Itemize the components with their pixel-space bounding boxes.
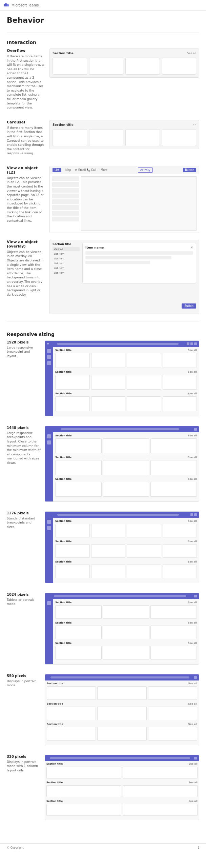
app-card-1276-3-2 (91, 565, 126, 578)
section-label-1440-2: Section title See all (55, 456, 197, 459)
app-card-1920-2-3 (127, 375, 161, 390)
lz-list-item-4[interactable] (52, 194, 79, 198)
titlebar-bar-320 (50, 757, 190, 759)
card-row-1920-1 (55, 353, 197, 368)
carousel-subsection: Carousel If there are many items in the … (7, 120, 199, 159)
footer-page-num: 1 (198, 846, 199, 849)
app-body-320: Section title See all (45, 761, 199, 820)
lz-list-item-5[interactable] (52, 199, 79, 204)
see-all-1440-1[interactable]: See all (188, 434, 197, 437)
see-all-1276-1[interactable]: See all (188, 520, 197, 522)
see-all-320-2[interactable]: See all (189, 781, 198, 784)
see-all-320-1[interactable]: See all (189, 763, 198, 765)
see-all-1440-2[interactable]: See all (188, 456, 197, 459)
view-overlay-demo: Section title View all List item List it… (49, 240, 199, 314)
view-lz-desc: View an object (LZ) Objects can be viewe… (7, 166, 44, 233)
app-card-550-2-2 (97, 707, 146, 720)
sidebar-icon-1276-2[interactable] (47, 526, 51, 530)
overlay-primary-button[interactable]: Button (182, 303, 196, 309)
lz-tab-list[interactable]: List (53, 168, 61, 172)
sidebar-icon-1440-1[interactable] (47, 434, 51, 438)
overlay-close-icon[interactable]: ✕ (190, 246, 193, 249)
see-all-1024-1[interactable]: See all (188, 601, 197, 604)
titlebar-bar-550 (50, 676, 189, 678)
sidebar-icon-3[interactable] (47, 361, 51, 365)
section-block-1024-1: Section title See all (55, 601, 197, 619)
see-all-1440-3[interactable]: See all (188, 478, 197, 480)
app-card-1920-1-4 (163, 353, 197, 368)
section-block-1440-3: Section title See all (55, 478, 197, 497)
see-all-550-2[interactable]: See all (188, 703, 198, 705)
section-block-1920-2: Section title See all (55, 371, 197, 390)
overlay-sidebar-item-1[interactable]: View all (53, 247, 80, 251)
see-all-1920-1[interactable]: See all (188, 349, 197, 352)
see-all-1920-2[interactable]: See all (188, 371, 197, 373)
overlay-sidebar-item-4[interactable]: List item (53, 261, 80, 265)
sidebar-icon-1440-2[interactable] (47, 440, 51, 445)
responsive-1024-row: 1024 pixels Tablets or portrait mode. (7, 593, 199, 665)
app-card-1276-1-1 (55, 524, 90, 537)
see-all-1276-3[interactable]: See all (188, 560, 197, 563)
overlay-sidebar-item-2[interactable]: List item (53, 252, 80, 256)
carousel-prev-icon[interactable]: ‹ (193, 123, 194, 126)
titlebar-right-1276 (190, 513, 197, 516)
view-lz-demo: List Map ✉ Email 📞 Call ⋯ More Activity … (49, 166, 199, 233)
overflow-see-all[interactable]: See all (187, 52, 196, 55)
overflow-card-row (53, 58, 196, 75)
responsive-550-description: Displays in portrait mode. (7, 679, 41, 688)
lz-email-action[interactable]: ✉ Email (75, 169, 86, 172)
app-name-label: Microsoft Teams (12, 3, 39, 7)
sidebar-icon-1[interactable] (47, 349, 51, 353)
page-title: Behavior (7, 16, 199, 24)
app-body-1440: Section title See all (45, 432, 199, 501)
app-main-1276: Section title See all (53, 518, 199, 583)
lz-list-item-6[interactable] (52, 205, 79, 210)
responsive-320-desc: 320 pixels Displays in portrait mode wit… (7, 755, 41, 820)
sidebar-icon-1024-1[interactable] (47, 601, 51, 605)
section-label-1024-3: Section title See all (55, 642, 197, 645)
section-title-text-1440-1: Section title (55, 434, 71, 437)
see-all-550-3[interactable]: See all (188, 723, 198, 726)
lz-primary-button[interactable]: Button (183, 168, 196, 172)
lz-detail-panel (81, 176, 197, 231)
see-all-550-1[interactable]: See all (188, 682, 198, 685)
sidebar-icon-1276-1[interactable] (47, 520, 51, 524)
see-all-1024-2[interactable]: See all (188, 622, 197, 624)
lz-more-action[interactable]: ⋯ More (97, 169, 107, 172)
see-all-1024-3[interactable]: See all (188, 642, 197, 645)
app-frame-320: Section title See all (45, 755, 199, 820)
sidebar-icon-2[interactable] (47, 355, 51, 359)
card-row-1024-2 (55, 626, 197, 639)
lz-list-item-1[interactable] (52, 176, 79, 181)
carousel-next-icon[interactable]: › (195, 123, 196, 126)
titlebar-right-1440 (194, 428, 197, 431)
app-card-1440-2-2 (103, 460, 149, 475)
section-label-1276-1: Section title See all (55, 520, 197, 522)
lz-tab-map[interactable]: Map (63, 168, 73, 172)
see-all-1920-3[interactable]: See all (188, 392, 197, 395)
lz-list-item-7[interactable] (52, 211, 79, 216)
overlay-sidebar-item-3[interactable]: List item (53, 257, 80, 261)
section-label-550-2: Section title See all (47, 703, 197, 705)
lz-activity-button[interactable]: Activity (138, 167, 153, 173)
lz-call-action[interactable]: 📞 Call (87, 169, 96, 172)
carousel-card-4 (162, 129, 197, 146)
see-all-320-3[interactable]: See all (189, 800, 198, 803)
responsive-section: Responsive sizing 1920 pixels Large resp… (7, 332, 199, 820)
page-footer: © Copyright 1 (0, 843, 206, 852)
app-card-1920-1-2 (91, 353, 126, 368)
titlebar-right-1920 (187, 342, 197, 345)
overlay-sidebar-item-5[interactable]: List item (53, 266, 80, 270)
responsive-550-demo: Section title See all (45, 674, 199, 745)
lz-list-item-3[interactable] (52, 188, 79, 193)
overlay-sidebar-item-6[interactable]: List item (53, 271, 80, 275)
app-card-1440-3-3 (150, 482, 197, 497)
lz-list-item-2[interactable] (52, 182, 79, 187)
section-block-1920-3: Section title See all (55, 392, 197, 411)
lz-list-item-8[interactable] (52, 217, 79, 221)
app-card-1276-3-1 (55, 565, 90, 578)
app-card-1276-1-2 (91, 524, 126, 537)
see-all-1276-2[interactable]: See all (188, 540, 197, 543)
carousel-card-1 (53, 129, 87, 146)
section-label-320-3: Section title See all (46, 800, 198, 803)
